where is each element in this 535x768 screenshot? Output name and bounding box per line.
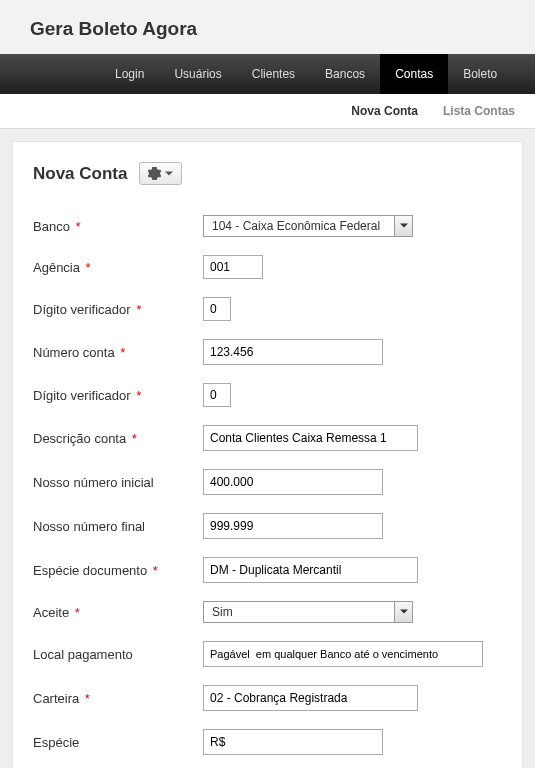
nav-bancos[interactable]: Bancos <box>310 54 380 94</box>
nav-boleto[interactable]: Boleto <box>448 54 512 94</box>
nav-usuarios[interactable]: Usuários <box>159 54 236 94</box>
label-numero-conta: Número conta * <box>33 345 203 360</box>
gear-icon <box>148 167 161 180</box>
label-aceite: Aceite * <box>33 605 203 620</box>
input-especie-doc[interactable] <box>203 557 418 583</box>
subnav-lista-contas[interactable]: Lista Contas <box>443 104 515 118</box>
form-card: Nova Conta Banco * 104 - Caixa Econômica… <box>12 141 523 768</box>
subnav-nova-conta[interactable]: Nova Conta <box>351 104 418 118</box>
page-title: Nova Conta <box>33 164 127 184</box>
label-carteira: Carteira * <box>33 691 203 706</box>
input-especie[interactable] <box>203 729 383 755</box>
sub-navbar: Nova Conta Lista Contas <box>0 94 535 129</box>
input-agencia[interactable] <box>203 255 263 279</box>
app-header: Gera Boleto Agora <box>0 0 535 54</box>
nav-clientes[interactable]: Clientes <box>237 54 310 94</box>
nav-login[interactable]: Login <box>100 54 159 94</box>
nav-contas[interactable]: Contas <box>380 54 448 94</box>
input-dv-conta[interactable] <box>203 383 231 407</box>
input-carteira[interactable] <box>203 685 418 711</box>
input-descricao[interactable] <box>203 425 418 451</box>
input-nn-inicial[interactable] <box>203 469 383 495</box>
input-nn-final[interactable] <box>203 513 383 539</box>
label-dv-agencia: Dígito verificador * <box>33 302 203 317</box>
label-nn-inicial: Nosso número inicial <box>33 475 203 490</box>
label-banco: Banco * <box>33 219 203 234</box>
label-especie: Espécie <box>33 735 203 750</box>
input-local-pag[interactable] <box>203 641 483 667</box>
label-especie-doc: Espécie documento * <box>33 563 203 578</box>
input-dv-agencia[interactable] <box>203 297 231 321</box>
select-banco[interactable]: 104 - Caixa Econômica Federal <box>203 215 413 237</box>
label-local-pag: Local pagamento <box>33 647 203 662</box>
label-descricao: Descrição conta * <box>33 431 203 446</box>
select-aceite[interactable]: Sim <box>203 601 413 623</box>
settings-button[interactable] <box>139 162 182 185</box>
input-numero-conta[interactable] <box>203 339 383 365</box>
label-nn-final: Nosso número final <box>33 519 203 534</box>
dropdown-icon <box>394 602 412 622</box>
label-agencia: Agência * <box>33 260 203 275</box>
main-navbar: Login Usuários Clientes Bancos Contas Bo… <box>0 54 535 94</box>
card-header: Nova Conta <box>33 162 502 185</box>
label-dv-conta: Dígito verificador * <box>33 388 203 403</box>
content-area: Nova Conta Banco * 104 - Caixa Econômica… <box>0 129 535 768</box>
dropdown-icon <box>394 216 412 236</box>
app-title: Gera Boleto Agora <box>30 18 505 40</box>
chevron-down-icon <box>165 170 173 178</box>
